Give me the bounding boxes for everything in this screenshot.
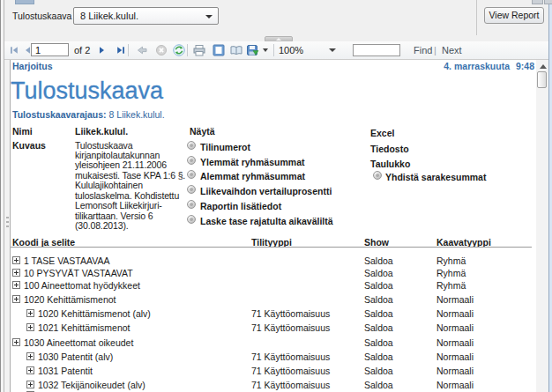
scroll-up-icon[interactable]: [540, 64, 547, 69]
first-page-button[interactable]: [7, 43, 21, 57]
expand-icon[interactable]: [12, 269, 20, 277]
row-formulatype: Ryhmä: [436, 255, 466, 266]
current-page-input[interactable]: 1: [31, 43, 69, 56]
expand-icon[interactable]: [12, 281, 20, 289]
view-report-button[interactable]: View Report: [484, 7, 544, 24]
window-tab-stub: [532, 0, 543, 4]
report-format-dropdown[interactable]: 8 Liikek.kulul.: [73, 7, 219, 25]
report-viewer-window: Tulostuskaava 8 Liikek.kulul. View Repor…: [0, 0, 552, 392]
row-name: 1020 Kehittämismenot (alv): [38, 308, 151, 319]
row-accounttype: 71 Käyttöomaisuus: [251, 380, 330, 390]
row-formulatype: Ryhmä: [436, 268, 466, 278]
merge-columns-label: Yhdistä sarakesummat: [385, 172, 486, 182]
row-formulatype: Normaali: [436, 308, 474, 319]
table-header-underline: [11, 247, 532, 248]
row-show: Saldoa: [364, 351, 393, 362]
merge-columns-radio[interactable]: [373, 171, 382, 180]
parameter-label: Tulostuskaava: [12, 11, 71, 21]
row-name: 1032 Tekijänoikeudet (alv): [38, 380, 145, 390]
file-label: Tiedosto: [370, 144, 409, 154]
expand-icon[interactable]: [26, 309, 34, 317]
show-option-label: Laske tase rajatulta aikaväliltä: [200, 216, 333, 226]
expand-icon[interactable]: [12, 256, 20, 264]
report-page: Harjoitus 4. marraskuuta 9:48 Tulostuska…: [11, 60, 536, 392]
row-show: Saldoa: [364, 380, 393, 390]
chevron-down-icon: [205, 15, 213, 18]
page-count-label: of 2: [74, 45, 90, 55]
row-show: Saldoa: [364, 322, 393, 333]
print-button[interactable]: [192, 43, 206, 57]
print-layout-button[interactable]: [212, 43, 226, 57]
page-setup-button[interactable]: [229, 43, 243, 57]
expand-icon[interactable]: [26, 381, 34, 388]
row-accounttype: 71 Käyttöomaisuus: [251, 322, 330, 333]
expand-icon[interactable]: [26, 366, 34, 374]
find-next-separator: |: [434, 45, 436, 55]
expand-icon[interactable]: [12, 338, 20, 346]
report-company-header: Harjoitus: [12, 61, 53, 71]
table-label: Taulukko: [370, 159, 410, 169]
stop-button[interactable]: [154, 43, 168, 57]
show-option-label: Alemmat ryhmäsummat: [200, 171, 305, 181]
report-date: 4. marraskuuta: [444, 61, 510, 71]
description-label: Kuvaus: [12, 140, 46, 151]
show-option-label: Raportin lisätiedot: [200, 201, 281, 211]
show-option-radio[interactable]: [187, 141, 196, 150]
refresh-button[interactable]: [172, 43, 186, 57]
export-caret-icon[interactable]: [263, 48, 268, 52]
find-next-button[interactable]: Next: [442, 45, 462, 55]
export-button[interactable]: [245, 43, 259, 57]
search-input[interactable]: [353, 44, 400, 56]
row-name: 10 PYSYVÄT VASTAAVAT: [24, 268, 133, 278]
find-button[interactable]: Find: [414, 45, 432, 55]
filter-label: Tulostuskaavarajaus:: [12, 109, 107, 120]
name-value: Liikek.kulul.: [75, 126, 128, 137]
toolbar-divider: [128, 44, 129, 56]
show-option-radio[interactable]: [187, 200, 196, 209]
row-name: 1031 Patentit: [38, 366, 93, 376]
window-left-border-inner: [4, 0, 4, 392]
row-formulatype: Normaali: [436, 294, 474, 305]
dropdown-selected-value: 8 Liikek.kulul.: [80, 11, 138, 21]
toolbar-divider: [187, 44, 188, 56]
next-page-button[interactable]: [95, 43, 109, 57]
show-option-radio[interactable]: [187, 215, 196, 224]
row-name: 1030 Patentit (alv): [38, 351, 113, 362]
document-map-splitter[interactable]: [4, 60, 11, 392]
expand-icon[interactable]: [26, 323, 34, 331]
report-time: 9:48: [516, 61, 534, 71]
row-show: Saldoa: [364, 255, 393, 266]
collapse-arrow-icon: [276, 38, 281, 41]
row-formulatype: Normaali: [436, 380, 474, 390]
row-name: 100 Aineettomat hyödykkeet: [24, 280, 140, 291]
show-section-title: Näytä: [190, 126, 215, 137]
zoom-caret-icon[interactable]: [329, 48, 336, 52]
scrollbar-thumb[interactable]: [537, 71, 547, 88]
vertical-scrollbar[interactable]: [536, 60, 548, 392]
report-toolbar: 1 of 2 100% Find | Next: [4, 41, 548, 60]
row-accounttype: 71 Käyttöomaisuus: [251, 351, 330, 362]
row-accounttype: 71 Käyttöomaisuus: [251, 366, 330, 376]
row-show: Saldoa: [364, 308, 393, 319]
row-name: 1 TASE VASTAAVAA: [24, 255, 109, 266]
row-formulatype: Normaali: [436, 337, 474, 348]
zoom-dropdown[interactable]: 100%: [279, 45, 303, 55]
excel-section-title: Excel: [370, 128, 394, 138]
row-show: Saldoa: [364, 268, 393, 278]
show-option-label: Tilinumerot: [200, 142, 250, 152]
row-formulatype: Normaali: [436, 366, 474, 376]
filter-value: 8 Liikek.kulul.: [109, 109, 165, 120]
row-formulatype: Normaali: [436, 322, 474, 333]
row-name: 1020 Kehittämismenot: [24, 294, 116, 305]
expand-icon[interactable]: [12, 295, 20, 303]
window-tab-stub: [544, 0, 552, 4]
row-show: Saldoa: [364, 280, 393, 291]
last-page-button[interactable]: [114, 43, 128, 57]
show-option-label: Liikevaihdon vertailuprosentti: [200, 186, 332, 196]
show-option-radio[interactable]: [187, 156, 196, 165]
window-right-edge: [548, 0, 552, 392]
expand-icon[interactable]: [26, 352, 34, 360]
row-show: Saldoa: [364, 366, 393, 376]
window-tab-stub: [15, 0, 34, 4]
back-button[interactable]: [135, 43, 149, 57]
